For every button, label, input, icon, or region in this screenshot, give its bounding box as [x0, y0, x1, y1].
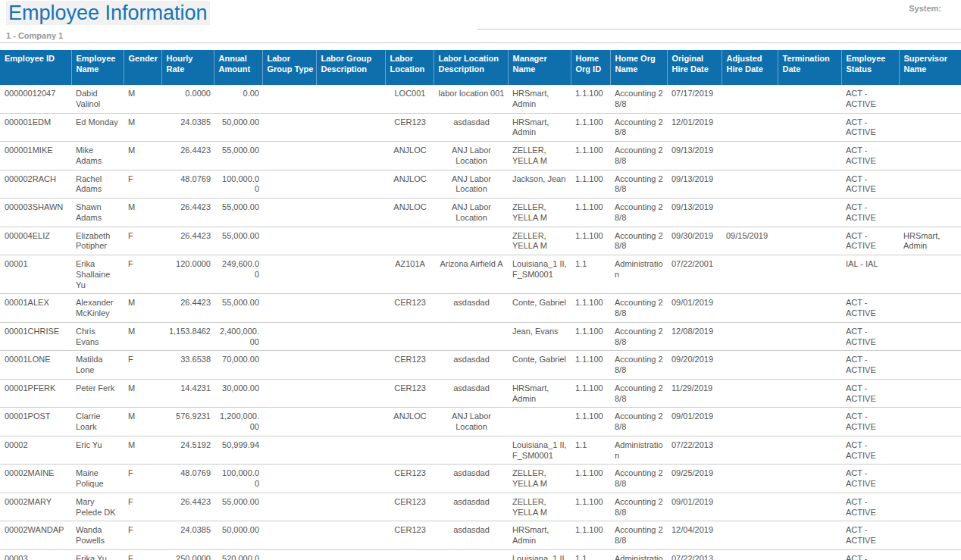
cell-gender: M: [124, 379, 161, 408]
cell-labor_group_description: [316, 493, 385, 521]
page-title: Employee Information: [6, 2, 210, 25]
cell-hourly_rate: 33.6538: [161, 351, 214, 380]
cell-labor_group_type: [262, 493, 316, 521]
cell-employee_status: ACT - ACTIVE: [841, 408, 899, 436]
cell-original_hire_date: 09/20/2019: [667, 351, 722, 380]
cell-labor_location_description: asdasdad: [434, 113, 508, 142]
cell-home_org_id: 1.1.100: [571, 170, 610, 199]
cell-labor_location_description: ANJ Labor Location: [434, 170, 508, 199]
cell-supervisor_name: [899, 351, 961, 380]
cell-manager_name: HRSmart, Admin: [508, 113, 571, 142]
cell-labor_group_description: [316, 170, 385, 199]
cell-gender: F: [124, 351, 161, 380]
cell-termination_date: [778, 549, 841, 560]
cell-employee_status: ACT - ACTIVE: [841, 351, 899, 380]
cell-employee_name: Mike Adams: [71, 142, 124, 171]
cell-labor_location_description: Arizona Airfield A: [434, 255, 508, 294]
cell-adjusted_hire_date: [722, 170, 778, 199]
cell-hourly_rate: 48.0769: [161, 170, 214, 199]
cell-annual_amount: 100,000.00: [214, 465, 262, 493]
cell-manager_name: HRSmart, Admin: [508, 521, 571, 550]
cell-labor_group_type: [262, 379, 316, 408]
cell-labor_group_type: [262, 113, 316, 142]
cell-labor_location: CER123: [385, 493, 434, 521]
cell-adjusted_hire_date: [722, 493, 778, 521]
cell-hourly_rate: 576.9231: [161, 408, 214, 436]
cell-manager_name: HRSmart, Admin: [508, 85, 571, 113]
cell-hourly_rate: 14.4231: [161, 379, 214, 408]
cell-adjusted_hire_date: [722, 113, 778, 142]
cell-adjusted_hire_date: [722, 436, 778, 465]
cell-adjusted_hire_date: [722, 379, 778, 408]
cell-termination_date: [778, 493, 841, 521]
cell-annual_amount: 0.00: [214, 85, 262, 113]
cell-employee_status: ACT - ACTIVE: [841, 379, 899, 408]
cell-termination_date: [778, 113, 841, 142]
cell-annual_amount: 55,000.00: [214, 142, 262, 171]
table-row: 00002Eric YuM24.519250,999.94Louisiana_1…: [0, 436, 961, 465]
cell-employee_id: 000001MIKE: [0, 142, 71, 171]
report-header: Employee Information System: 1 - Company…: [0, 0, 961, 50]
column-header-home_org_name: Home Org Name: [610, 50, 667, 85]
cell-employee_status: ACT - ACTIVE: [841, 199, 899, 227]
cell-supervisor_name: [899, 521, 961, 550]
cell-labor_location: CER123: [385, 379, 434, 408]
cell-employee_status: ACT - ACTIVE: [841, 521, 899, 550]
cell-employee_status: ACT - ACTIVE: [841, 142, 899, 171]
cell-supervisor_name: [899, 255, 961, 294]
cell-manager_name: Jean, Evans: [508, 322, 571, 351]
cell-employee_name: Peter Ferk: [71, 379, 124, 408]
cell-termination_date: [778, 436, 841, 465]
cell-labor_group_type: [262, 408, 316, 436]
cell-hourly_rate: 24.0385: [161, 113, 214, 142]
cell-labor_group_type: [262, 142, 316, 171]
cell-employee_id: 00002MARY: [0, 493, 71, 521]
cell-labor_location: CER123: [385, 351, 434, 380]
column-header-employee_id: Employee ID: [0, 50, 71, 85]
column-header-hourly_rate: Hourly Rate: [161, 50, 214, 85]
cell-labor_location: [385, 436, 434, 465]
table-row: 00001Erika Shallaine YuF120.0000249,600.…: [0, 255, 961, 294]
cell-manager_name: ZELLER, YELLA M: [508, 493, 571, 521]
cell-employee_status: ACT - ACTIVE: [841, 170, 899, 199]
cell-supervisor_name: [899, 379, 961, 408]
cell-manager_name: Conte, Gabriel: [508, 351, 571, 380]
cell-employee_name: Rachel Adams: [71, 170, 124, 199]
cell-labor_location: CER123: [385, 521, 434, 550]
cell-labor_location_description: ANJ Labor Location: [434, 142, 508, 171]
cell-manager_name: HRSmart, Admin: [508, 379, 571, 408]
cell-labor_group_description: [316, 227, 385, 255]
cell-employee_name: Matilda Lone: [71, 351, 124, 380]
cell-adjusted_hire_date: [722, 408, 778, 436]
cell-home_org_id: 1.1.100: [571, 408, 610, 436]
cell-home_org_id: 1.1: [571, 549, 610, 560]
cell-supervisor_name: [899, 199, 961, 227]
cell-labor_location_description: [434, 549, 508, 560]
cell-employee_id: 00002: [0, 436, 71, 465]
cell-employee_name: Elizabeth Potipher: [71, 227, 124, 255]
cell-hourly_rate: 48.0769: [161, 465, 214, 493]
cell-termination_date: [778, 351, 841, 380]
cell-employee_id: 00000012047: [0, 85, 71, 113]
cell-employee_status: ACT - ACTIVE: [841, 436, 899, 465]
cell-adjusted_hire_date: [722, 465, 778, 493]
cell-home_org_name: Accounting 2 8/8: [610, 521, 667, 550]
cell-employee_status: ACT - ACTIVE: [841, 465, 899, 493]
cell-employee_id: 00003: [0, 549, 71, 560]
table-row: 000004ELIZElizabeth PotipherF26.442355,0…: [0, 227, 961, 255]
cell-gender: F: [124, 521, 161, 550]
cell-termination_date: [778, 322, 841, 351]
cell-annual_amount: 2,400,000.00: [214, 322, 262, 351]
cell-home_org_name: Accounting 2 8/8: [610, 85, 667, 113]
cell-employee_id: 00001: [0, 255, 71, 294]
column-header-gender: Gender: [124, 50, 161, 85]
cell-gender: M: [124, 199, 161, 227]
cell-manager_name: Conte, Gabriel: [508, 294, 571, 323]
cell-termination_date: [778, 379, 841, 408]
cell-gender: F: [124, 227, 161, 255]
cell-labor_location: CER123: [385, 113, 434, 142]
cell-gender: M: [124, 294, 161, 323]
cell-employee_name: Shawn Adams: [71, 199, 124, 227]
cell-employee_id: 00002WANDAP: [0, 521, 71, 550]
cell-supervisor_name: [899, 294, 961, 323]
